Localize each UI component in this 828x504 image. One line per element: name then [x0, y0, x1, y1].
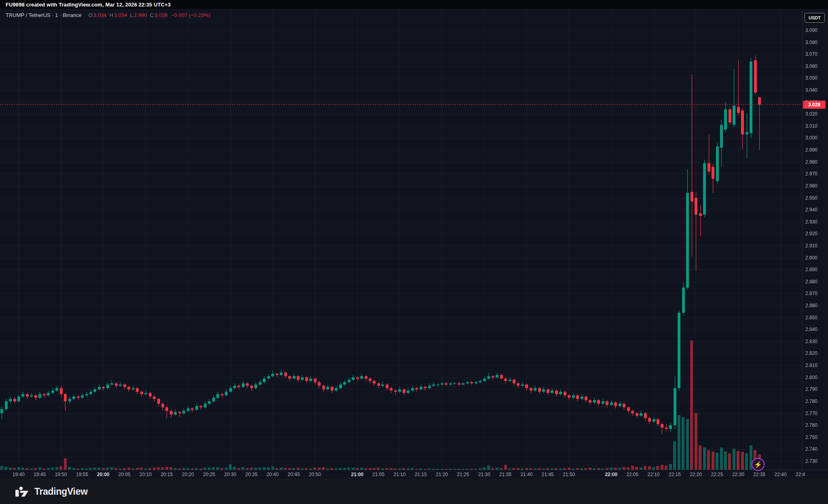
price-tick-label: 3.060	[805, 64, 826, 69]
time-tick-label: 22:15	[663, 472, 687, 477]
price-tick-label: 2.910	[805, 243, 826, 248]
price-tick-label: 2.900	[805, 255, 826, 260]
price-tick-label: 3.020	[805, 112, 826, 116]
time-tick-label: 22:30	[726, 472, 750, 477]
price-tick-label: 2.890	[805, 267, 826, 272]
time-tick-label: 19:40	[6, 472, 31, 477]
time-tick-label: 22:35	[747, 472, 771, 477]
price-tick-label: 2.740	[805, 447, 826, 451]
time-tick-label: 20:10	[133, 472, 158, 477]
low-label: L	[130, 12, 133, 18]
price-tick-label: 3.090	[805, 28, 826, 33]
price-tick-label: 2.960	[805, 183, 826, 188]
snapshot-attribution-bar: FU9898 created with TradingView.com, Mar…	[0, 0, 828, 9]
price-tick-label: 2.920	[805, 231, 826, 236]
close-label: C	[150, 12, 153, 18]
price-tick-label: 2.770	[805, 411, 826, 416]
time-tick-label: 21:20	[430, 472, 454, 477]
time-tick-label: 19:45	[27, 472, 52, 477]
time-tick-label: 21:30	[472, 472, 496, 477]
price-tick-label: 2.820	[805, 351, 826, 356]
time-tick-label: 20:35	[239, 472, 264, 477]
price-tick-label: 3.070	[805, 52, 826, 57]
time-tick-label: 22:20	[684, 472, 708, 477]
low-value: 2.990	[134, 12, 147, 18]
price-tick-label: 3.000	[805, 135, 826, 140]
time-tick-label: 21:10	[387, 472, 412, 477]
price-tick-label: 2.790	[805, 387, 826, 392]
price-tick-label: 2.840	[805, 327, 826, 332]
time-tick-label: 22:05	[620, 472, 644, 477]
time-tick-label: 20:40	[260, 472, 285, 477]
price-tick-label: 3.050	[805, 76, 826, 80]
price-tick-label: 2.810	[805, 363, 826, 368]
time-tick-label: 20:05	[112, 472, 137, 477]
lightning-icon: ⚡	[752, 458, 765, 471]
time-tick-label: 21:45	[536, 472, 560, 477]
time-tick-label: 20:00	[91, 472, 115, 477]
price-tick-label: 3.010	[805, 124, 826, 129]
time-tick-label: 20:25	[197, 472, 221, 477]
symbol-title[interactable]: TRUMP / TetherUS · 1 · Binance	[6, 12, 82, 18]
price-tick-label: 2.950	[805, 196, 826, 200]
time-tick-label: 21:00	[345, 472, 370, 477]
time-axis[interactable]: 19:4019:4519:5019:5520:0020:0520:1020:15…	[0, 9, 805, 479]
time-tick-label: 21:35	[493, 472, 518, 477]
price-tick-label: 2.780	[805, 399, 826, 404]
time-tick-label: 20:45	[282, 472, 306, 477]
time-tick-label: 20:15	[154, 472, 179, 477]
price-tick-label: 2.850	[805, 315, 826, 320]
time-tick-label: 22:40	[769, 472, 793, 477]
time-tick-label: 21:40	[514, 472, 539, 477]
chart-stage: TRUMP / TetherUS · 1 · Binance O3.034 H3…	[0, 9, 828, 479]
price-tick-label: 2.980	[805, 160, 826, 164]
symbol-legend: TRUMP / TetherUS · 1 · Binance O3.034 H3…	[6, 12, 210, 18]
tradingview-brand-link[interactable]: TradingView	[15, 486, 88, 497]
time-tick-label: 22:45	[790, 472, 805, 477]
price-tick-label: 2.970	[805, 171, 826, 176]
attribution-text: FU9898 created with TradingView.com, Mar…	[6, 2, 171, 8]
price-tick-label: 2.870	[805, 291, 826, 296]
currency-unit-badge[interactable]: USDT	[805, 13, 825, 23]
price-tick-label: 2.990	[805, 148, 826, 152]
time-tick-label: 22:10	[642, 472, 666, 477]
time-tick-label: 21:05	[366, 472, 391, 477]
open-value: 3.034	[93, 12, 107, 18]
time-tick-label: 19:55	[70, 472, 94, 477]
price-tick-label: 2.860	[805, 303, 826, 308]
price-tick-label: 2.730	[805, 459, 826, 464]
open-label: O	[89, 12, 93, 18]
price-tick-label: 2.880	[805, 279, 826, 284]
high-value: 3.034	[114, 12, 127, 18]
time-tick-label: 22:25	[705, 472, 729, 477]
time-tick-label: 20:30	[218, 472, 243, 477]
tradingview-snapshot: { "attribution": "FU9898 created with Tr…	[0, 0, 828, 504]
footer-bar: TradingView	[0, 479, 828, 504]
change-value: −0.007 (−0.23%)	[171, 12, 210, 18]
high-label: H	[110, 12, 113, 18]
last-price-tag: 3.028	[803, 101, 826, 109]
price-tick-label: 2.760	[805, 423, 826, 428]
tradingview-brand-text: TradingView	[34, 486, 88, 497]
price-tick-label: 3.040	[805, 88, 826, 93]
price-tick-label: 2.930	[805, 219, 826, 224]
tradingview-logo-icon	[15, 486, 29, 497]
time-tick-label: 20:20	[176, 472, 200, 477]
price-tick-label: 2.800	[805, 375, 826, 380]
price-tick-label: 2.940	[805, 207, 826, 212]
time-tick-label: 22:00	[599, 472, 623, 477]
time-tick-label: 21:25	[451, 472, 475, 477]
time-tick-label: 20:50	[303, 472, 327, 477]
time-tick-label: 21:50	[557, 472, 581, 477]
lightning-glyph: ⚡	[754, 461, 762, 468]
time-tick-label: 21:15	[409, 472, 433, 477]
price-tick-label: 2.750	[805, 435, 826, 440]
price-tick-label: 3.080	[805, 40, 826, 45]
time-tick-label: 19:50	[49, 472, 73, 477]
close-value: 3.028	[154, 12, 168, 18]
price-tick-label: 2.830	[805, 339, 826, 344]
